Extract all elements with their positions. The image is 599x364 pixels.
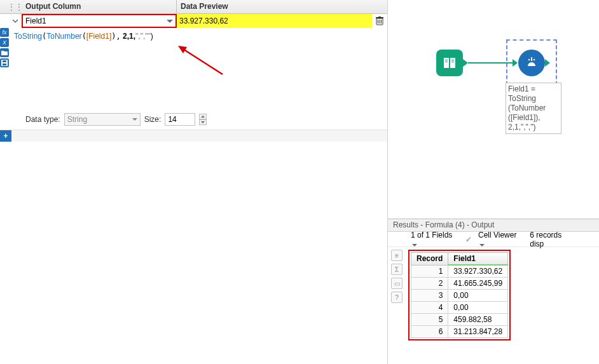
results-toolbar: 1 of 1 Fields Cell Viewer 6 records disp	[388, 232, 599, 247]
annotation-arrow	[178, 46, 229, 79]
record-column-header[interactable]: Record	[411, 253, 448, 266]
output-field-select[interactable]: Field1	[22, 14, 177, 28]
data-type-row: Data type: String Size:	[0, 111, 387, 130]
dropdown-icon	[132, 118, 137, 121]
formula-tool[interactable]	[518, 50, 545, 76]
table-row: 30,00	[411, 290, 508, 302]
checkmark-icon[interactable]	[465, 235, 472, 244]
menu-icon[interactable]: ≡	[391, 250, 403, 261]
output-field-value: Field1	[25, 17, 46, 25]
results-grid[interactable]: Record Field1 133.927.330,62 241.665.245…	[411, 252, 508, 338]
metadata-icon[interactable]: ▭	[391, 278, 403, 289]
svg-rect-8	[3, 64, 6, 65]
tok-field: [Field1]	[86, 32, 111, 41]
tok-fn: ToNumber	[46, 32, 81, 41]
data-type-label: Data type:	[25, 115, 60, 124]
table-row: 40,00	[411, 302, 508, 314]
dropdown-icon	[167, 20, 173, 23]
svg-rect-14	[451, 62, 454, 62]
delete-field-button[interactable]	[372, 17, 387, 25]
tok-args: 2,1,	[121, 32, 135, 41]
table-row: 5459.882,58	[411, 314, 508, 326]
svg-point-17	[528, 59, 530, 61]
add-column-bar: +	[0, 130, 387, 142]
svg-rect-2	[378, 17, 381, 17]
records-info: 6 records disp	[530, 231, 576, 248]
output-column-header: Output Column	[22, 0, 177, 13]
drag-handle-icon[interactable]: ⋮⋮	[9, 0, 22, 13]
size-spinner[interactable]	[199, 114, 207, 125]
dropdown-icon	[479, 244, 485, 246]
field1-column-header[interactable]: Field1	[448, 253, 508, 266]
output-anchor-icon[interactable]	[545, 59, 550, 67]
expression-editor-row: fx X ToString(ToNumber([Field1]), 2,1,",…	[0, 28, 387, 111]
table-row: 133.927.330,62	[411, 265, 508, 278]
tool-annotation-text: Field1 = ToString (ToNumber ([Field1]), …	[508, 84, 546, 131]
output-anchor-icon[interactable]	[463, 59, 468, 67]
text-input-tool[interactable]	[436, 50, 463, 76]
fx-icon[interactable]: fx	[0, 28, 9, 37]
svg-rect-13	[451, 60, 454, 60]
workflow-canvas[interactable]: Field1 = ToString (ToNumber ([Field1]), …	[388, 0, 599, 219]
svg-rect-12	[445, 62, 448, 62]
tok-close: )	[151, 32, 153, 41]
folder-icon[interactable]	[0, 48, 9, 57]
add-column-button[interactable]: +	[0, 130, 11, 142]
size-label: Size:	[144, 115, 162, 124]
svg-rect-1	[376, 17, 383, 18]
field-row: Field1 33.927.330,62	[0, 14, 387, 28]
data-preview-header: Data Preview	[177, 0, 387, 13]
expression-editor[interactable]: ToString(ToNumber([Field1]), 2,1,",","")	[9, 28, 387, 111]
svg-point-18	[534, 59, 535, 61]
spinner-up-icon[interactable]	[199, 114, 207, 119]
svg-rect-11	[445, 60, 448, 60]
save-icon[interactable]	[0, 58, 9, 67]
tok-str: ",",""	[135, 32, 151, 41]
results-body: ≡ Σ ▭ ? Record Field1 133.927.330,62 241…	[388, 247, 599, 343]
data-preview-value: 33.927.330,62	[177, 14, 372, 28]
column-header-row: ⋮⋮ Output Column Data Preview	[0, 0, 387, 14]
table-row: 241.665.245,99	[411, 278, 508, 290]
data-type-value: String	[67, 115, 87, 124]
results-icon-rail: ≡ Σ ▭ ?	[388, 247, 406, 343]
tok-fn: ToString	[14, 32, 42, 41]
expand-icon[interactable]	[9, 18, 22, 24]
cell-viewer-menu[interactable]: Cell Viewer	[478, 231, 523, 248]
svg-rect-7	[3, 60, 6, 62]
dropdown-icon	[412, 244, 417, 246]
variable-icon[interactable]: X	[0, 38, 9, 47]
tool-annotation[interactable]: Field1 = ToString (ToNumber ([Field1]), …	[506, 83, 561, 134]
spinner-down-icon[interactable]	[199, 119, 207, 125]
svg-rect-16	[531, 57, 532, 61]
sum-icon[interactable]: Σ	[391, 264, 403, 275]
results-grid-outline: Record Field1 133.927.330,62 241.665.245…	[408, 250, 511, 340]
size-input[interactable]	[165, 113, 195, 126]
svg-marker-10	[178, 46, 187, 53]
help-icon[interactable]: ?	[391, 292, 403, 303]
fields-count[interactable]: 1 of 1 Fields	[411, 231, 459, 248]
svg-line-9	[182, 48, 223, 74]
editor-icon-rail: fx X	[0, 28, 9, 111]
right-panel: Field1 = ToString (ToNumber ([Field1]), …	[388, 0, 599, 364]
table-row: 631.213.847,28	[411, 326, 508, 338]
data-type-select[interactable]: String	[64, 113, 141, 126]
formula-config-panel: ⋮⋮ Output Column Data Preview Field1 33.…	[0, 0, 388, 364]
